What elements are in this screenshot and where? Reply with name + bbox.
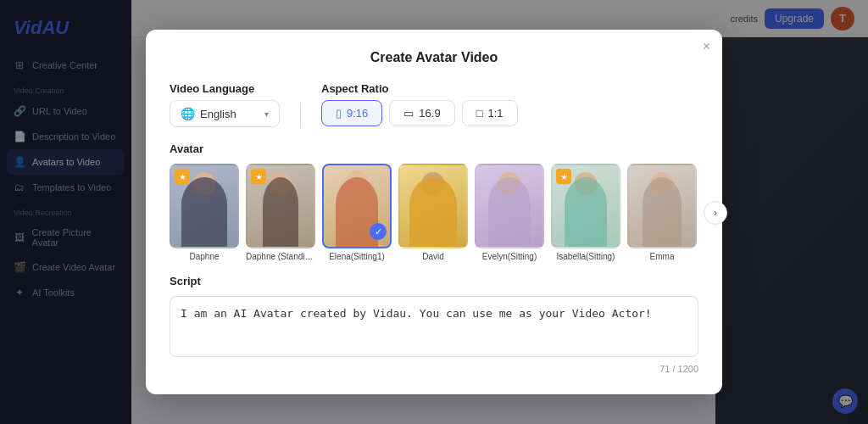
avatar-name-elena: Elena(Sitting1) [329,252,385,261]
create-avatar-video-modal: Create Avatar Video × Video Language 🌐 E… [146,30,722,394]
square-icon: □ [476,107,483,120]
script-textarea[interactable] [170,296,698,357]
form-divider [300,103,301,127]
avatar-card-isabella[interactable]: ★ Isabella(Sitting) [551,164,620,261]
person-body [263,177,299,247]
avatar-card-david[interactable]: David [398,164,468,261]
avatar-section-label: Avatar [170,142,698,155]
modal-close-button[interactable]: × [703,40,710,53]
avatar-image-daphne-standing: ★ [246,164,315,248]
globe-icon: 🌐 [181,107,195,120]
person-body [181,177,228,247]
avatar-image-emma [627,164,697,248]
script-section-label: Script [170,275,698,287]
ratio-button-1-1[interactable]: □ 1:1 [462,100,518,126]
aspect-ratio-group: Aspect Ratio ▯ 9:16 ▭ 16.9 □ 1:1 [321,82,518,126]
avatar-figure [629,165,695,247]
modal-form-row: Video Language 🌐 English ▾ Aspect Ratio … [170,82,698,127]
person-body [409,177,457,247]
landscape-icon: ▭ [403,107,414,120]
ratio-button-9-16[interactable]: ▯ 9:16 [321,100,382,126]
video-language-label: Video Language [170,82,280,95]
avatar-image-elena: ✓ [322,164,392,248]
avatar-image-isabella: ★ [551,164,620,248]
avatar-section: Avatar ★ Daphne [170,142,698,261]
avatar-image-david [398,164,468,248]
avatar-figure [476,165,542,247]
avatar-card-elena[interactable]: ✓ Elena(Sitting1) [322,164,392,261]
avatar-card-daphne[interactable]: ★ Daphne [170,164,239,261]
modal-backdrop: Create Avatar Video × Video Language 🌐 E… [0,0,868,424]
avatar-scroll-next-button[interactable]: › [704,201,727,225]
person-body [488,177,531,247]
avatar-name-isabella: Isabella(Sitting) [557,252,615,261]
aspect-ratio-label: Aspect Ratio [321,82,518,95]
avatar-name-david: David [422,252,444,261]
portrait-icon: ▯ [336,107,342,120]
avatar-row: ★ Daphne ★ Daphne (Standing) [170,164,698,261]
video-language-group: Video Language 🌐 English ▾ [170,82,280,127]
avatar-card-emma[interactable]: Emma [627,164,697,261]
modal-title: Create Avatar Video [170,50,698,65]
aspect-ratio-buttons: ▯ 9:16 ▭ 16.9 □ 1:1 [321,100,518,126]
avatar-name-emma: Emma [650,252,675,261]
avatar-card-daphne-standing[interactable]: ★ Daphne (Standing) [246,164,315,261]
language-value: English [200,108,236,120]
ratio-label-9-16: 9:16 [347,107,368,120]
avatar-figure [400,165,466,247]
ratio-label-16-9: 16.9 [419,107,440,120]
ratio-label-1-1: 1:1 [487,107,503,120]
char-count-display: 71 / 1200 [170,364,698,374]
avatar-card-evelyn[interactable]: Evelyn(Sitting) [475,164,544,261]
avatar-image-evelyn [475,164,544,248]
person-body [565,177,608,247]
avatar-favorite-badge: ★ [175,169,190,184]
script-section: Script 71 / 1200 [170,275,698,374]
person-body [643,177,682,247]
avatar-favorite-badge: ★ [251,169,266,184]
avatar-name-daphne-standing: Daphne (Standing) [246,252,315,261]
avatar-favorite-badge: ★ [556,169,571,184]
avatar-name-daphne: Daphne [189,252,219,261]
chevron-down-icon: ▾ [264,109,269,119]
avatar-name-evelyn: Evelyn(Sitting) [482,252,537,261]
avatar-image-daphne: ★ [170,164,239,248]
language-select[interactable]: 🌐 English ▾ [170,100,280,127]
ratio-button-16-9[interactable]: ▭ 16.9 [389,100,454,126]
avatar-selected-check: ✓ [370,223,387,240]
